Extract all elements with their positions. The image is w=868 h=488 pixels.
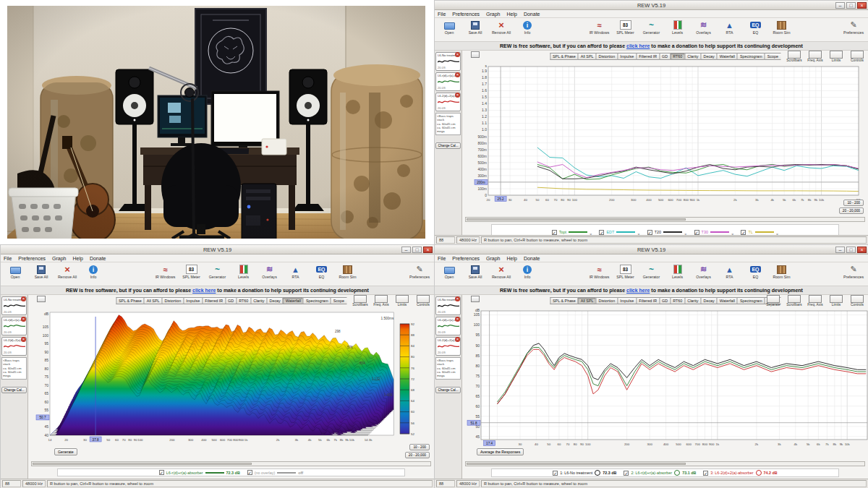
graph-tab[interactable]: Waterfall <box>283 297 303 304</box>
graph-tab[interactable]: Scope <box>765 53 780 60</box>
graph-tab[interactable]: All SPL <box>578 297 596 304</box>
toolbar-button[interactable]: ×Remove All <box>488 19 514 35</box>
trace-checkbox[interactable]: ✓ <box>552 230 557 235</box>
menu-item[interactable]: Donate <box>524 256 540 261</box>
measurement-card[interactable]: L6-r(d)+r(a)-absorber × 20.09. <box>435 72 461 91</box>
trace-checkbox[interactable]: ✓ <box>741 230 746 235</box>
graph-toolbar-button[interactable]: Controls <box>848 51 867 62</box>
maximize-button[interactable]: □ <box>846 2 856 9</box>
close-button[interactable]: × <box>423 247 433 253</box>
remove-measurement-icon[interactable]: × <box>455 296 460 301</box>
menu-item[interactable]: Help <box>507 12 517 17</box>
toolbar-button[interactable]: Levels <box>665 19 691 35</box>
horizontal-scrollbar[interactable] <box>465 461 865 466</box>
measurement-card[interactable]: L6-No treatment × 20.09. <box>1 296 27 315</box>
maximize-button[interactable]: □ <box>412 247 422 253</box>
graph-tab[interactable]: Decay <box>701 297 717 304</box>
toolbar-button[interactable]: Room Sim <box>769 19 795 35</box>
freq-range-preset-button[interactable]: 10 - 200 <box>843 200 864 206</box>
generate-button[interactable]: Generate <box>54 448 77 455</box>
remove-measurement-icon[interactable]: × <box>455 93 460 98</box>
toolbar-button[interactable]: EQEQ <box>743 19 769 35</box>
graph-toolbar-button[interactable]: Limits <box>827 295 846 307</box>
minimize-button[interactable]: – <box>401 247 411 253</box>
toolbar-button[interactable]: ~Generator <box>639 19 665 35</box>
toolbar-button[interactable]: Open <box>436 19 462 35</box>
graph-tab[interactable]: Spectrogram <box>737 297 765 304</box>
graph-tab[interactable]: GD <box>659 53 670 60</box>
toolbar-button[interactable]: Save All <box>462 19 488 35</box>
horizontal-scrollbar[interactable] <box>31 461 431 466</box>
click-here-link[interactable]: click here <box>626 288 650 293</box>
measurement-card[interactable]: L6-No treatment × 20.09. <box>435 52 461 71</box>
toolbar-button[interactable]: Open <box>2 263 28 279</box>
capture-button[interactable] <box>471 296 480 302</box>
scrollbar-thumb[interactable] <box>467 463 686 465</box>
toolbar-button[interactable]: Room Sim <box>335 263 361 279</box>
toolbar-button[interactable]: 83SPL Meter <box>613 19 639 35</box>
trace-checkbox[interactable]: ✓ <box>694 230 699 235</box>
click-here-link[interactable]: click here <box>626 43 650 48</box>
toolbar-button[interactable]: 83SPL Meter <box>179 263 205 279</box>
minimize-button[interactable]: – <box>835 2 845 9</box>
menu-item[interactable]: Donate <box>524 12 540 17</box>
graph-tab[interactable]: All SPL <box>144 297 162 304</box>
graph-tab[interactable]: SPL & Phase <box>550 53 578 60</box>
graph-tab[interactable]: Clarity <box>250 297 266 304</box>
graph-tab[interactable]: RT60 <box>670 53 684 60</box>
menu-item[interactable]: Preferences <box>452 12 480 17</box>
menu-item[interactable]: File <box>438 12 446 17</box>
graph-toolbar-button[interactable]: Freq. Axis <box>372 295 391 307</box>
menu-item[interactable]: Donate <box>90 256 106 261</box>
graph-toolbar-button[interactable]: Limits <box>393 295 412 307</box>
graph-toolbar-button[interactable]: Freq. Axis <box>806 295 825 307</box>
freq-range-preset-button[interactable]: 10 - 200 <box>409 444 430 450</box>
graph-toolbar-button[interactable]: Scrollbars <box>785 295 804 307</box>
click-here-link[interactable]: click here <box>192 288 216 293</box>
toolbar-button[interactable]: Open <box>436 263 462 279</box>
measurement-card[interactable]: L6-No treatment × 20.09. <box>435 296 461 315</box>
remove-measurement-icon[interactable]: × <box>21 296 26 301</box>
change-cal-button[interactable]: Change Cal... <box>435 387 461 393</box>
close-button[interactable]: × <box>857 2 867 9</box>
graph-tab[interactable]: SPL & Phase <box>116 297 144 304</box>
graph-tab[interactable]: Impulse <box>183 297 202 304</box>
freq-range-preset-button[interactable]: 20 - 20,000 <box>839 207 864 214</box>
toolbar-button[interactable]: ≋Overlays <box>691 19 717 35</box>
remove-measurement-icon[interactable]: × <box>455 337 460 342</box>
allspl-plot[interactable]: 4550556065707580859095100105304050607080… <box>462 308 868 460</box>
trace-checkbox[interactable]: ✓ <box>599 230 604 235</box>
menu-item[interactable]: Help <box>73 256 83 261</box>
measurement-card[interactable]: L6-r(d)+r(a)-absorber × 20.09. <box>1 317 27 335</box>
graph-tab[interactable]: All SPL <box>578 53 596 60</box>
toolbar-button[interactable]: Room Sim <box>769 263 795 279</box>
waterfall-plot[interactable]: 404550556065707580859095100105dB50.71420… <box>28 308 434 460</box>
toolbar-button[interactable]: Levels <box>665 263 691 279</box>
toolbar-button[interactable]: ≈IR Windows <box>587 263 613 279</box>
toolbar-button[interactable]: EQEQ <box>743 263 769 279</box>
graph-toolbar-button[interactable]: Controls <box>848 295 867 307</box>
change-cal-button[interactable]: Change Cal... <box>435 142 461 149</box>
menu-item[interactable]: Help <box>507 256 517 261</box>
change-cal-button[interactable]: Change Cal... <box>1 387 27 393</box>
toolbar-button[interactable]: ~Generator <box>639 263 665 279</box>
graph-toolbar-button[interactable]: Scrollbars <box>351 295 370 307</box>
capture-button[interactable] <box>471 51 480 58</box>
titlebar[interactable]: REW V5.19 – □ × <box>1 245 434 254</box>
graph-tab[interactable]: Filtered IR <box>636 53 659 60</box>
graph-toolbar-button[interactable]: Freq. Axis <box>806 51 825 62</box>
graph-tab[interactable]: GD <box>659 297 670 304</box>
graph-tab[interactable]: SPL & Phase <box>550 297 578 304</box>
graph-tab[interactable]: Distortion <box>162 297 184 304</box>
graph-tab[interactable]: RT60 <box>236 297 250 304</box>
toolbar-button[interactable]: ≋Overlays <box>257 263 283 279</box>
graph-tab[interactable]: RT60 <box>670 297 684 304</box>
trace-checkbox[interactable]: ✓ <box>703 471 708 476</box>
trace-checkbox[interactable]: ✓ <box>647 230 652 235</box>
graph-tab[interactable]: Decay <box>701 53 717 60</box>
measurement-card[interactable]: L6-r(d)+r(a)-absorber × 20.09. <box>435 317 461 335</box>
rt60-plot[interactable]: 0100m200m300m400m500m600m700m800m900m1.0… <box>462 64 868 215</box>
remove-measurement-icon[interactable]: × <box>455 72 460 77</box>
toolbar-button[interactable]: ~Generator <box>205 263 231 279</box>
toolbar-button[interactable]: iInfo <box>514 263 540 279</box>
